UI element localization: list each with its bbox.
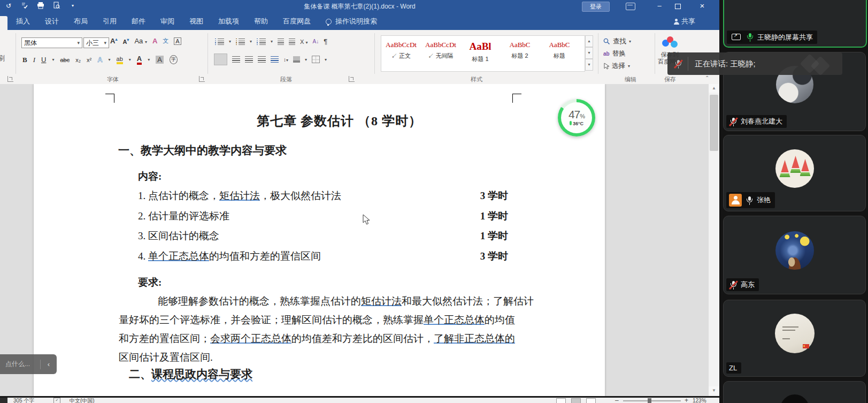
styles-down-icon[interactable]: ▼: [585, 47, 593, 59]
chat-placeholder[interactable]: 点什么...: [0, 360, 40, 369]
distribute-button[interactable]: [271, 56, 279, 63]
replace-button[interactable]: ab 替换: [603, 49, 626, 58]
participant-tile-zl[interactable]: ZL: [723, 300, 866, 377]
vertical-scrollbar[interactable]: ▲ ▼: [708, 84, 719, 396]
status-corner-icon[interactable]: [0, 398, 7, 403]
font-color-button[interactable]: A: [137, 55, 142, 65]
document-area[interactable]: 第七章 参数估计 （8 学时） 一、教学大纲中的教学内容与要求 内容: 1. 点…: [0, 84, 708, 396]
tell-me-search[interactable]: 操作说明搜索: [326, 17, 377, 26]
decrease-indent-icon[interactable]: [278, 39, 284, 45]
print-layout-icon[interactable]: [571, 398, 581, 403]
login-button[interactable]: 登录: [582, 2, 610, 12]
text-effects-button[interactable]: A: [97, 56, 102, 64]
character-shading-button[interactable]: A: [156, 56, 164, 64]
word-count[interactable]: 305 个字: [13, 398, 34, 403]
clipboard-dialog-launcher-icon[interactable]: [7, 76, 13, 82]
screen: ↺ ▾ 集体备课 概率第七章(2)(1).docx - Word 登录 – ×: [0, 0, 868, 403]
styles-gallery-scroll[interactable]: ▲ ▼ ▼: [585, 35, 593, 71]
underline-button[interactable]: U: [41, 56, 46, 64]
bold-button[interactable]: B: [22, 56, 27, 64]
character-border-button[interactable]: A: [174, 37, 181, 45]
sort-button[interactable]: A↓: [312, 39, 319, 44]
zoom-out-button[interactable]: –: [615, 398, 619, 403]
font-name-combo[interactable]: 黑体▾: [21, 37, 82, 48]
increase-indent-icon[interactable]: [289, 39, 295, 45]
baidu-pan-icon[interactable]: [662, 36, 678, 49]
paragraph-dialog-launcher-icon[interactable]: [349, 76, 355, 82]
collapse-ribbon-icon[interactable]: ⌃: [705, 75, 709, 81]
collapse-chat-button[interactable]: ‹: [41, 360, 57, 368]
style-entry[interactable]: AaBl标题 1: [460, 36, 500, 71]
chat-input-overlay[interactable]: 点什么... ‹: [0, 354, 57, 374]
share-button[interactable]: 共享: [673, 17, 695, 26]
tab-review[interactable]: 审阅: [160, 17, 174, 26]
zoom-in-button[interactable]: +: [685, 398, 688, 403]
style-entry[interactable]: AaBbC标题: [540, 36, 579, 71]
tab-references[interactable]: 引用: [103, 17, 117, 26]
participant-tile-zhang[interactable]: 张艳: [723, 135, 866, 211]
tab-mailings[interactable]: 邮件: [132, 17, 145, 26]
align-center-button[interactable]: [232, 56, 240, 63]
close-button[interactable]: ×: [693, 0, 711, 13]
participant-tile-gao[interactable]: 高东: [723, 216, 866, 294]
style-entry[interactable]: AaBbCcDt↙ 正文: [381, 36, 421, 71]
style-entry[interactable]: AaBbC标题 2: [500, 36, 540, 71]
chevron-down-icon[interactable]: ▾: [52, 57, 54, 62]
show-marks-button[interactable]: ¶: [324, 37, 327, 45]
style-entry[interactable]: AaBbCcDt↙ 无间隔: [421, 36, 460, 71]
tab-help[interactable]: 帮助: [254, 17, 268, 26]
tab-view[interactable]: 视图: [189, 17, 203, 26]
styles-up-icon[interactable]: ▲: [585, 35, 593, 47]
scroll-up-icon[interactable]: ▲: [709, 84, 719, 93]
enclose-characters-button[interactable]: 字: [170, 55, 178, 64]
zoom-percentage[interactable]: 123%: [693, 398, 706, 403]
participant-tile-wang[interactable]: 王晓静的屏幕共享: [723, 0, 867, 48]
line-spacing-button[interactable]: ↕▾: [283, 57, 288, 63]
participant-tile-partial[interactable]: [723, 381, 866, 403]
phonetic-guide-button[interactable]: 文: [163, 37, 168, 45]
strikethrough-button[interactable]: abc: [60, 57, 70, 63]
web-layout-icon[interactable]: [586, 398, 596, 403]
font-dialog-launcher-icon[interactable]: [199, 76, 205, 82]
zoom-slider[interactable]: [623, 400, 681, 401]
bullet-list-icon[interactable]: [215, 39, 224, 45]
styles-more-icon[interactable]: ▼: [585, 59, 593, 71]
language-status[interactable]: 中文(中国): [70, 398, 95, 403]
borders-button[interactable]: [312, 56, 320, 63]
zoom-slider-thumb[interactable]: [648, 398, 651, 403]
ribbon-display-options-icon[interactable]: [626, 3, 635, 10]
superscript-button[interactable]: x²: [87, 57, 91, 63]
battery-temperature-badge: 47% 36°C: [558, 99, 595, 136]
subscript-button[interactable]: x₂: [75, 57, 81, 63]
document-page[interactable]: 第七章 参数估计 （8 学时） 一、教学大纲中的教学内容与要求 内容: 1. 点…: [34, 84, 605, 396]
select-button[interactable]: 选择▾: [603, 62, 630, 71]
asian-layout-button[interactable]: X ▾: [300, 39, 308, 45]
multilevel-list-icon[interactable]: [257, 39, 266, 45]
tab-baidu-pan[interactable]: 百度网盘: [283, 17, 311, 26]
justify-button[interactable]: [258, 56, 266, 63]
shading-button[interactable]: [293, 56, 300, 63]
change-case-button[interactable]: Aa ▾: [134, 37, 147, 45]
tab-layout[interactable]: 布局: [74, 17, 88, 26]
read-mode-icon[interactable]: [556, 398, 566, 403]
scrollbar-thumb[interactable]: [710, 95, 718, 151]
minimize-button[interactable]: –: [650, 0, 669, 13]
format-painter-partial[interactable]: 刷: [0, 54, 5, 63]
tab-addins[interactable]: 加载项: [218, 17, 239, 26]
highlight-color-button[interactable]: ab: [117, 56, 123, 64]
scroll-down-icon[interactable]: ▼: [709, 386, 719, 395]
find-button[interactable]: 查找▾: [603, 37, 631, 46]
maximize-button[interactable]: [670, 0, 688, 13]
numbered-list-icon[interactable]: [236, 39, 245, 45]
italic-button[interactable]: I: [33, 56, 35, 64]
font-size-combo[interactable]: 小三▾: [83, 37, 109, 48]
tab-home-active-partial[interactable]: [0, 16, 7, 30]
clear-formatting-button[interactable]: A: [152, 37, 157, 45]
tab-design[interactable]: 设计: [45, 17, 59, 26]
proofing-status-icon[interactable]: ✓: [53, 398, 60, 403]
grow-font-button[interactable]: A▴: [110, 37, 117, 45]
shrink-font-button[interactable]: A▾: [122, 37, 129, 45]
align-left-button[interactable]: [214, 54, 227, 65]
tab-insert[interactable]: 插入: [16, 17, 30, 26]
align-right-button[interactable]: [245, 56, 253, 63]
